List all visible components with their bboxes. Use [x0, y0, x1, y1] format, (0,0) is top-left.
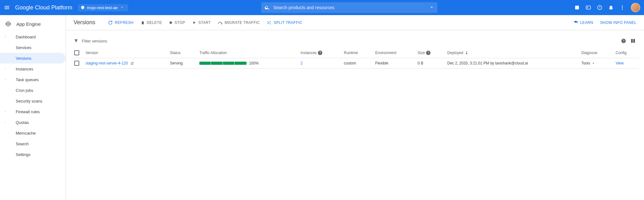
filter-placeholder: Filter versions — [82, 39, 107, 43]
app-engine-icon — [5, 21, 11, 27]
stop-icon — [169, 21, 173, 25]
table-header-row: Version Status Traffic Allocation Instan… — [71, 48, 639, 58]
delete-button[interactable]: DELETE — [141, 20, 162, 25]
sidebar-item-label: Memcache — [16, 131, 36, 136]
start-button[interactable]: START — [192, 20, 211, 25]
svg-point-9 — [6, 24, 7, 25]
search-input[interactable] — [273, 5, 429, 10]
sidebar-item-label: Dashboard — [16, 35, 36, 39]
sidebar-item-task-queues[interactable]: Task queues — [0, 74, 66, 85]
sidebar-item-services[interactable]: Services — [0, 42, 66, 53]
svg-rect-1 — [586, 6, 591, 9]
quotas-icon — [5, 119, 11, 125]
traffic-bar — [199, 62, 247, 65]
col-config[interactable]: Config — [613, 48, 639, 58]
help-icon[interactable]: ? — [318, 51, 322, 55]
table-row: staging-rest-server-4-120 Serving 100% — [71, 58, 639, 69]
memcache-icon — [5, 130, 11, 136]
trash-icon — [141, 20, 145, 25]
select-all-checkbox[interactable] — [74, 50, 79, 55]
stop-button[interactable]: STOP — [169, 20, 185, 25]
svg-point-4 — [622, 5, 623, 6]
col-instances[interactable]: Instances? — [297, 48, 341, 58]
split-button[interactable]: SPLIT TRAFFIC — [267, 20, 302, 25]
cloud-shell-icon[interactable] — [586, 5, 591, 10]
services-icon — [5, 45, 11, 50]
instances-icon — [5, 66, 11, 72]
notifications-icon[interactable] — [608, 5, 614, 10]
sidebar-item-memcache[interactable]: Memcache — [0, 128, 66, 138]
shield-icon — [5, 98, 11, 104]
help-icon[interactable]: ? — [597, 5, 602, 10]
avatar[interactable] — [631, 3, 640, 12]
sidebar-item-versions[interactable]: Versions — [0, 53, 66, 64]
sidebar-item-label: Versions — [16, 56, 31, 61]
learn-icon — [573, 20, 578, 25]
migrate-button[interactable]: MIGRATE TRAFFIC — [218, 20, 260, 25]
free-trial-icon[interactable] — [574, 5, 580, 10]
page-title: Versions — [74, 19, 95, 26]
col-size[interactable]: Size? — [414, 48, 444, 58]
sidebar-item-quotas[interactable]: Quotas — [0, 117, 66, 128]
sort-desc-icon — [464, 51, 469, 55]
row-checkbox[interactable] — [74, 61, 79, 66]
sidebar-item-cron[interactable]: Cron jobs — [0, 85, 66, 96]
sidebar-item-settings[interactable]: Settings — [0, 149, 66, 160]
filter-row[interactable]: Filter versions ? — [71, 35, 639, 47]
svg-point-10 — [10, 24, 10, 25]
sidebar-item-label: Cron jobs — [16, 88, 33, 93]
traffic-pct: 100% — [249, 61, 259, 65]
cell-runtime: custom — [341, 58, 372, 69]
external-link-icon[interactable] — [130, 62, 134, 65]
chevron-down-icon[interactable] — [429, 5, 434, 11]
chevron-down-icon — [120, 5, 126, 10]
col-traffic[interactable]: Traffic Allocation — [196, 48, 297, 58]
sidebar-item-instances[interactable]: Instances — [0, 64, 66, 74]
search-bar[interactable] — [261, 2, 437, 13]
product-name: Google Cloud Platform — [15, 4, 72, 11]
cell-size: 0 B — [414, 58, 444, 69]
svg-point-7 — [8, 23, 9, 25]
cell-environment: Flexible — [372, 58, 414, 69]
info-panel-button[interactable]: SHOW INFO PANEL — [600, 20, 636, 25]
project-selector[interactable]: mojo-rest-test-ae — [78, 4, 128, 11]
diagnose-menu[interactable]: Tools — [581, 61, 609, 65]
cell-status: Serving — [167, 58, 196, 69]
help-icon[interactable]: ? — [620, 39, 626, 43]
cell-deployed: Dec 2, 2020, 3:21:01 PM by tavishank@clo… — [444, 58, 578, 69]
clock-icon — [5, 87, 11, 93]
sidebar-item-label: Settings — [16, 152, 31, 157]
filter-icon — [74, 38, 79, 43]
col-version[interactable]: Version — [82, 48, 167, 58]
col-environment[interactable]: Environment — [372, 48, 414, 58]
col-deployed[interactable]: Deployed — [444, 48, 578, 58]
hamburger-icon[interactable] — [4, 4, 10, 11]
sidebar-item-security[interactable]: Security scans — [0, 96, 66, 106]
search-icon — [5, 141, 11, 147]
col-diagnose[interactable]: Diagnose — [578, 48, 613, 58]
more-icon[interactable] — [619, 5, 625, 10]
sidebar-item-label: Task queues — [16, 77, 39, 82]
instances-link[interactable]: 2 — [301, 61, 303, 65]
svg-point-5 — [622, 7, 623, 8]
svg-rect-16 — [5, 111, 6, 112]
versions-table: Version Status Traffic Allocation Instan… — [71, 48, 639, 69]
sidebar-item-firewall[interactable]: Firewall rules — [0, 106, 66, 117]
refresh-button[interactable]: REFRESH — [108, 20, 133, 25]
help-icon[interactable]: ? — [426, 51, 430, 55]
col-status[interactable]: Status — [167, 48, 196, 58]
sidebar-item-label: Quotas — [16, 120, 29, 125]
svg-rect-18 — [5, 133, 5, 133]
config-link[interactable]: View — [616, 61, 624, 65]
sidebar-item-dashboard[interactable]: Dashboard — [0, 31, 66, 42]
version-link[interactable]: staging-rest-server-4-120 — [86, 61, 128, 65]
sidebar-item-search[interactable]: Search — [0, 138, 66, 149]
learn-button[interactable]: LEARN — [573, 20, 593, 25]
sidebar-item-label: Search — [16, 142, 29, 146]
main-content: Versions REFRESH DELETE STOP START MIGRA… — [66, 15, 644, 200]
svg-rect-0 — [575, 6, 579, 9]
svg-point-19 — [5, 143, 5, 144]
columns-icon[interactable] — [630, 38, 639, 44]
svg-rect-11 — [5, 69, 5, 69]
col-runtime[interactable]: Runtime — [341, 48, 372, 58]
